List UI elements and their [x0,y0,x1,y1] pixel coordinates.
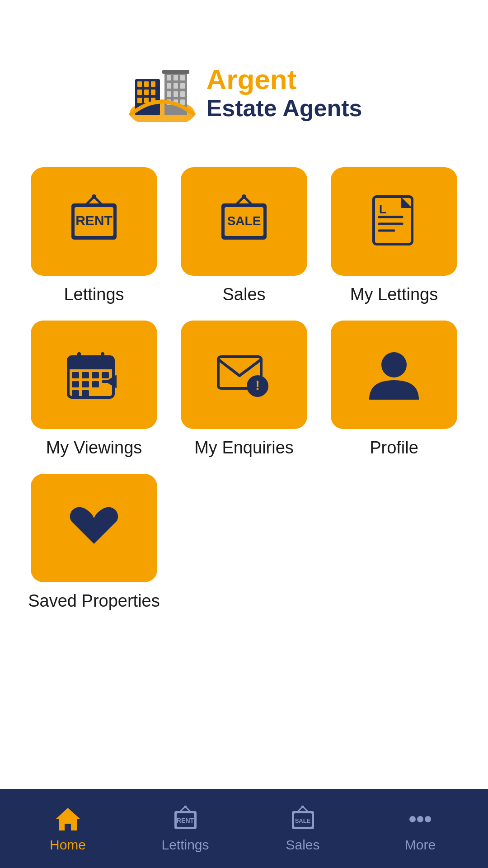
svg-rect-16 [174,83,178,89]
svg-point-60 [381,352,407,377]
svg-rect-46 [101,352,104,363]
svg-rect-45 [77,352,81,363]
profile-item[interactable]: Profile [327,321,461,458]
logo-estate-agents: Estate Agents [206,95,362,121]
bottom-nav: Home RENT Lettings SALE [0,789,488,868]
svg-rect-48 [82,372,89,378]
lettings-tile[interactable]: RENT [31,167,157,276]
logo-container: Argent Estate Agents [126,63,362,122]
logo-argent: Argent [206,64,362,95]
logo-text: Argent Estate Agents [206,64,362,121]
my-enquiries-item[interactable]: ! My Enquiries [177,321,311,458]
my-enquiries-label: My Enquiries [194,438,294,458]
svg-point-75 [425,816,431,822]
svg-rect-17 [180,83,185,89]
svg-text:RENT: RENT [75,213,113,228]
more-dots-icon [404,804,436,834]
saved-properties-item[interactable]: Saved Properties [27,474,161,611]
nav-more-label: More [405,837,436,853]
my-enquiries-tile[interactable]: ! [181,321,307,429]
saved-properties-label: Saved Properties [28,591,160,611]
lettings-label: Lettings [64,285,124,304]
svg-rect-54 [72,390,79,396]
sale-nav-icon: SALE [287,804,319,834]
menu-grid: RENT Lettings SALE Sales [0,167,488,611]
svg-rect-5 [137,90,142,95]
svg-rect-18 [167,91,171,97]
svg-rect-19 [174,91,178,97]
svg-point-27 [92,194,96,199]
svg-rect-50 [102,372,109,378]
nav-sales-label: Sales [286,837,319,853]
svg-rect-8 [137,98,142,103]
nav-lettings-label: Lettings [161,837,209,853]
svg-rect-14 [180,75,185,80]
sales-label: Sales [222,285,265,304]
nav-home[interactable]: Home [9,804,127,853]
saved-properties-tile[interactable] [31,474,157,582]
svg-rect-20 [180,91,185,97]
my-lettings-label: My Lettings [350,285,438,304]
svg-rect-15 [167,83,171,89]
my-lettings-tile[interactable]: L [331,167,457,276]
svg-rect-12 [167,75,171,80]
rent-nav-icon: RENT [169,804,201,834]
svg-point-73 [409,816,416,822]
my-viewings-label: My Viewings [46,438,142,458]
svg-rect-4 [151,81,155,87]
svg-rect-47 [72,372,79,378]
svg-text:SALE: SALE [227,214,261,228]
svg-rect-49 [92,372,99,378]
nav-sales[interactable]: SALE Sales [244,804,361,853]
svg-rect-7 [151,90,155,95]
home-icon [52,804,84,834]
svg-rect-23 [180,99,185,105]
my-viewings-tile[interactable] [31,321,157,429]
profile-label: Profile [370,438,418,458]
my-viewings-item[interactable]: My Viewings [27,321,161,458]
svg-rect-53 [92,381,99,387]
svg-point-74 [417,816,423,822]
svg-point-33 [242,194,246,199]
nav-lettings[interactable]: RENT Lettings [127,804,244,853]
svg-rect-55 [82,390,89,396]
svg-rect-24 [162,70,189,74]
my-lettings-item[interactable]: L My Lettings [327,167,461,304]
sales-item[interactable]: SALE Sales [177,167,311,304]
nav-home-label: Home [50,837,86,853]
svg-rect-51 [72,381,79,387]
main-content: Argent Estate Agents RENT Lettin [0,0,488,789]
svg-rect-44 [68,364,113,369]
svg-rect-3 [144,81,149,87]
svg-text:L: L [379,203,386,216]
profile-tile[interactable] [331,321,457,429]
svg-rect-13 [174,75,178,80]
sales-tile[interactable]: SALE [181,167,307,276]
svg-text:RENT: RENT [176,817,194,824]
svg-rect-56 [102,380,115,383]
svg-rect-2 [137,81,142,87]
logo-graphic [126,63,198,122]
svg-text:!: ! [255,377,260,392]
svg-rect-52 [82,381,89,387]
nav-more[interactable]: More [361,804,479,853]
svg-text:SALE: SALE [295,817,310,824]
lettings-item[interactable]: RENT Lettings [27,167,161,304]
svg-rect-9 [144,98,149,103]
svg-rect-6 [144,90,149,95]
